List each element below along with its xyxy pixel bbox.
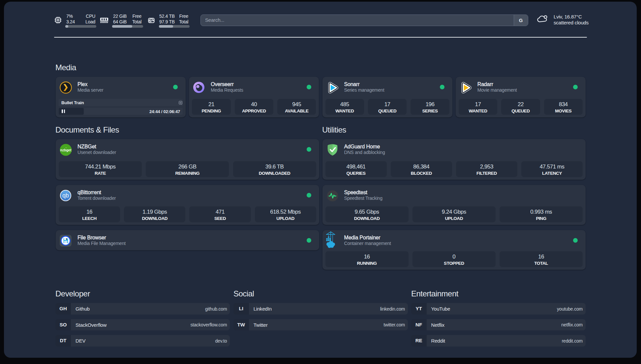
svg-text:qb: qb xyxy=(62,192,69,199)
svg-text:nzbget: nzbget xyxy=(60,148,72,152)
